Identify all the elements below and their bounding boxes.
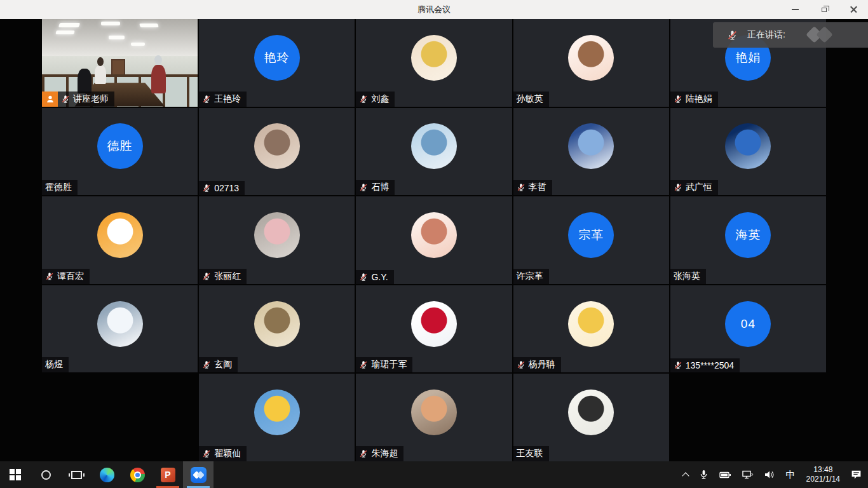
initials-avatar: 艳玲: [254, 35, 300, 81]
initials-avatar: 海英: [725, 212, 771, 258]
participant-nametag: 武广恒: [670, 180, 718, 195]
participant-tile[interactable]: 04135****2504: [670, 285, 826, 373]
mic-muted-icon: [202, 184, 211, 193]
speaking-indicator: 正在讲话:: [713, 22, 868, 48]
participant-nametag: 讲座老师: [58, 92, 114, 107]
speaking-label: 正在讲话:: [747, 29, 785, 41]
tencent-meeting-taskbar-button[interactable]: [183, 461, 214, 488]
participant-tile[interactable]: 玄阖: [199, 285, 355, 373]
participant-nametag: 02713: [199, 181, 245, 195]
participant-nametag: 许宗革: [513, 269, 549, 284]
powerpoint-taskbar-button[interactable]: P: [153, 461, 183, 488]
search-button[interactable]: [31, 461, 61, 488]
window-title: 腾讯会议: [417, 4, 451, 15]
participant-name: 石博: [371, 182, 389, 193]
mic-muted-icon: [727, 30, 738, 41]
mic-muted-icon: [202, 272, 211, 281]
initials-avatar: 德胜: [97, 123, 143, 169]
participant-nametag: G.Y.: [356, 270, 393, 284]
mic-muted-icon: [61, 95, 70, 104]
participant-tile[interactable]: 孙敏英: [513, 19, 669, 107]
participant-tile[interactable]: 德胜霍德胜: [42, 108, 198, 196]
battery-icon[interactable]: [719, 471, 731, 479]
start-button[interactable]: [0, 461, 31, 488]
minimize-button[interactable]: [780, 0, 810, 19]
taskbar-apps: P: [0, 461, 214, 488]
edge-icon: [100, 468, 114, 482]
mic-muted-icon: [202, 360, 211, 369]
participant-nametag: 孙敏英: [513, 92, 549, 107]
windows-start-icon: [10, 469, 21, 480]
image-avatar: [411, 390, 457, 435]
network-icon[interactable]: [742, 470, 754, 479]
participant-tile[interactable]: 张丽红: [199, 196, 355, 284]
task-view-button[interactable]: [61, 461, 92, 488]
participant-tile[interactable]: 杨丹聃: [513, 285, 669, 373]
participant-tile[interactable]: 宗革许宗革: [513, 196, 669, 284]
microphone-icon[interactable]: [699, 470, 709, 480]
volume-icon[interactable]: [764, 470, 775, 479]
participant-name: 许宗革: [517, 271, 543, 282]
image-avatar: [568, 35, 614, 81]
close-button[interactable]: [839, 0, 868, 19]
participant-tile[interactable]: G.Y.: [356, 196, 512, 284]
person-silhouette: [151, 65, 166, 93]
taskbar-clock[interactable]: 13:48 2021/1/14: [806, 465, 840, 484]
participant-tile[interactable]: 武广恒: [670, 108, 826, 196]
participant-nametag: 陆艳娟: [670, 92, 718, 107]
edge-taskbar-button[interactable]: [92, 461, 122, 488]
empty-slot: [670, 374, 826, 461]
participant-nametag: 张丽红: [199, 269, 247, 284]
chrome-taskbar-button[interactable]: [122, 461, 153, 488]
participant-tile[interactable]: 海英张海英: [670, 196, 826, 284]
participant-nametag: 李哲: [513, 180, 552, 195]
participant-tile[interactable]: 李哲: [513, 108, 669, 196]
restore-button[interactable]: [810, 0, 839, 19]
participant-tile[interactable]: 02713: [199, 108, 355, 196]
participant-tile[interactable]: 瑜珺于军: [356, 285, 512, 373]
notification-center-icon[interactable]: [851, 470, 862, 480]
participant-name: 瑜珺于军: [371, 359, 407, 370]
participant-name: 陆艳娟: [686, 93, 712, 105]
participant-tile[interactable]: 朱海超: [356, 374, 512, 461]
initials-avatar: 04: [725, 301, 771, 347]
participant-tile[interactable]: 谭百宏: [42, 196, 198, 284]
participant-name: 朱海超: [371, 448, 398, 459]
participant-name: 孙敏英: [517, 93, 543, 105]
participant-name: 杨丹聃: [529, 359, 555, 370]
mic-muted-icon: [45, 272, 54, 281]
participant-name: 霍德胜: [45, 182, 72, 193]
window-titlebar: 腾讯会议: [0, 0, 868, 19]
participant-tile[interactable]: 石博: [356, 108, 512, 196]
participant-tile[interactable]: 王友联: [513, 374, 669, 461]
participant-nametag: 杨煜: [42, 357, 69, 372]
person-silhouette: [95, 65, 105, 84]
mic-muted-icon: [202, 449, 211, 458]
image-avatar: [97, 212, 143, 258]
ceiling-light: [58, 23, 80, 27]
participant-nametag: 杨丹聃: [513, 357, 561, 372]
hidden-icons-chevron[interactable]: [682, 472, 689, 479]
image-avatar: [411, 301, 457, 347]
mic-muted-icon: [359, 360, 368, 369]
participant-tile[interactable]: 杨煜: [42, 285, 198, 373]
image-avatar: [568, 390, 614, 435]
person-silhouette: [78, 69, 92, 93]
participant-nametag: 张海英: [670, 269, 706, 284]
participant-tile[interactable]: 讲座老师: [42, 19, 198, 107]
initials-avatar: 宗革: [568, 212, 614, 258]
participant-tile[interactable]: 刘鑫: [356, 19, 512, 107]
image-avatar: [568, 301, 614, 347]
clock-time: 13:48: [806, 465, 840, 475]
participant-name: 135****2504: [686, 360, 734, 370]
participant-tile[interactable]: 艳玲王艳玲: [199, 19, 355, 107]
participant-name: 02713: [214, 183, 239, 193]
participant-name: 武广恒: [686, 182, 712, 193]
ime-language-indicator[interactable]: 中: [786, 469, 796, 481]
participant-nametag: 王友联: [513, 446, 549, 461]
clock-date: 2021/1/14: [806, 475, 840, 484]
mic-muted-icon: [517, 360, 526, 369]
mic-muted-icon: [674, 183, 682, 192]
participant-nametag: 瑜珺于军: [356, 357, 412, 372]
participant-tile[interactable]: 翟颖仙: [199, 374, 355, 461]
